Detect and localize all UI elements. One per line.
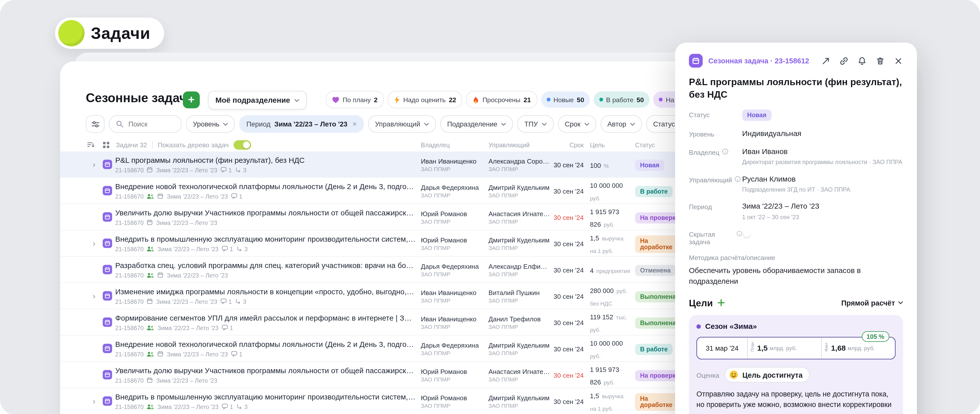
manager-name: Анастасия Игнатенко [488, 209, 551, 217]
stat-to-grade[interactable]: Надо оценить22 [388, 91, 463, 108]
info-icon [737, 231, 742, 237]
calendar-icon [158, 350, 164, 357]
trash-icon[interactable] [875, 56, 885, 65]
app-name: Задачи [91, 24, 151, 43]
filter-due[interactable]: Срок [558, 115, 596, 133]
sort-button[interactable] [86, 140, 96, 150]
search-box[interactable] [109, 115, 181, 133]
grade-pill[interactable]: Цель достигнута [725, 367, 810, 383]
division-dropdown-label: Моё подразделение [215, 96, 290, 105]
remove-filter-icon[interactable]: × [352, 120, 357, 129]
people-icon [147, 272, 154, 278]
comment-icon [231, 193, 237, 199]
owner-name: Юрий Романов [421, 393, 488, 401]
filter-period-active[interactable]: Период Зима '22/23 – Лето '23 × [240, 115, 364, 133]
owner-org: ЗАО ППМР [421, 350, 488, 356]
task-title[interactable]: Увеличить долю выручки Участников програ… [115, 208, 416, 217]
link-icon[interactable] [839, 56, 849, 65]
row-expand-chevron-icon[interactable]: › [93, 160, 103, 169]
owner-org: ЗАО ППМР [421, 297, 488, 303]
manager-org: ЗАО ППМР [488, 297, 551, 303]
stat-count: 2 [374, 96, 378, 104]
stat-in-progress[interactable]: В работе50 [593, 91, 649, 108]
plan-value: 1,5 [757, 344, 768, 353]
seasonal-task-icon [103, 239, 112, 248]
stat-on-plan[interactable]: По плану2 [326, 91, 384, 108]
season-dot-icon [697, 324, 701, 329]
filter-manager[interactable]: Управляющий [368, 115, 436, 133]
due-date-overdue: 30 сен '24 [551, 371, 584, 379]
fire-icon [473, 96, 479, 104]
calendar-icon [147, 167, 153, 173]
task-title[interactable]: Внедрить в промышленную эксплуатацию мон… [115, 392, 416, 401]
add-goal-icon[interactable] [717, 299, 725, 307]
division-dropdown[interactable]: Моё подразделение [208, 91, 307, 110]
owner-org: ЗАО ППМР [421, 244, 488, 251]
owner-org: ЗАО ППМР [421, 218, 488, 225]
row-expand-chevron-icon[interactable]: › [93, 239, 103, 247]
goal-value: 1,5 [590, 234, 599, 242]
stat-count: 50 [636, 96, 644, 104]
goal-value: 4 [590, 266, 594, 274]
task-title[interactable]: P&L программы лояльности (фин результат)… [115, 156, 416, 164]
filter-period-value: Зима '22/23 – Лето '23 [274, 120, 347, 128]
goal-value: 1,5 [590, 392, 599, 399]
task-title[interactable]: Внедрение новой технологической платформ… [115, 340, 416, 349]
calc-mode-dropdown[interactable]: Прямой расчёт [841, 299, 903, 307]
owner-name: Юрий Романов [421, 367, 488, 375]
lightning-icon [394, 96, 400, 104]
task-title[interactable]: Увеличить долю выручки Участников програ… [115, 366, 416, 375]
filter-settings-button[interactable] [86, 115, 105, 133]
row-expand-chevron-icon[interactable]: › [93, 397, 103, 405]
people-icon [147, 246, 154, 252]
filter-level[interactable]: Уровень [186, 115, 235, 133]
owner-org: ЗАО ППМР [421, 323, 488, 330]
people-icon [147, 403, 154, 409]
row-expand-chevron-icon[interactable]: › [93, 292, 103, 300]
stat-overdue[interactable]: Просрочены21 [466, 91, 537, 108]
task-id: 21-158670 [115, 403, 144, 410]
task-title[interactable]: Формирование сегментов УПЛ для имейл рас… [115, 313, 416, 322]
seasonal-task-icon [103, 265, 112, 274]
tree-toggle[interactable] [234, 140, 251, 150]
search-input[interactable] [127, 120, 175, 129]
goal-value: 100 [590, 161, 601, 169]
field-owner-value[interactable]: Иван Иванов [742, 147, 788, 156]
bell-icon[interactable] [858, 56, 867, 65]
task-id: 21-158670 [115, 350, 144, 357]
task-title[interactable]: Внедрить в промышленную эксплуатацию мон… [115, 234, 416, 243]
view-grid-button[interactable] [101, 140, 111, 150]
goal-plan-field[interactable]: План 1,5 млрд. руб. [748, 338, 821, 359]
filter-division[interactable]: Подразделение [441, 115, 513, 133]
goal-value: 10 000 000 [590, 182, 623, 189]
add-task-button[interactable]: + [183, 91, 200, 108]
field-owner-label: Владелец [689, 148, 719, 156]
season-title: Сезон «Зима» [705, 322, 757, 331]
comment-icon [220, 167, 227, 173]
manager-name: Александра Сорокина [488, 157, 551, 164]
tasks-count: Задачи 32 [116, 141, 147, 148]
grade-label: Оценка [697, 371, 719, 379]
expand-icon[interactable] [821, 56, 831, 65]
stat-label: Просрочены [482, 96, 520, 104]
goal-date-field[interactable]: 31 мар '24 [697, 338, 748, 359]
smiley-icon [729, 370, 739, 380]
goal-value: 10 000 000 [590, 339, 623, 347]
manager-org: ЗАО ППМР [488, 271, 551, 277]
column-due: Срок [551, 141, 584, 148]
calendar-icon [158, 193, 164, 199]
seasonal-task-icon [103, 291, 112, 301]
due-date: 30 сен '24 [551, 318, 584, 326]
seasonal-task-icon [103, 212, 112, 222]
task-title[interactable]: Разработка спец. условий программы для с… [115, 261, 416, 269]
task-title[interactable]: Внедрение новой технологической платформ… [115, 182, 416, 191]
owner-org: ЗАО ППМР [421, 192, 488, 198]
stat-new[interactable]: Новые50 [541, 91, 590, 108]
filter-tpu[interactable]: ТПУ [517, 115, 554, 133]
filter-author[interactable]: Автор [600, 115, 642, 133]
task-title[interactable]: Изменение имиджа программы лояльности в … [115, 287, 416, 296]
goal-unit: руб. [590, 195, 601, 201]
close-icon[interactable] [894, 56, 904, 65]
stat-count: 21 [523, 96, 531, 104]
field-manager-value[interactable]: Руслан Климов [742, 174, 796, 183]
